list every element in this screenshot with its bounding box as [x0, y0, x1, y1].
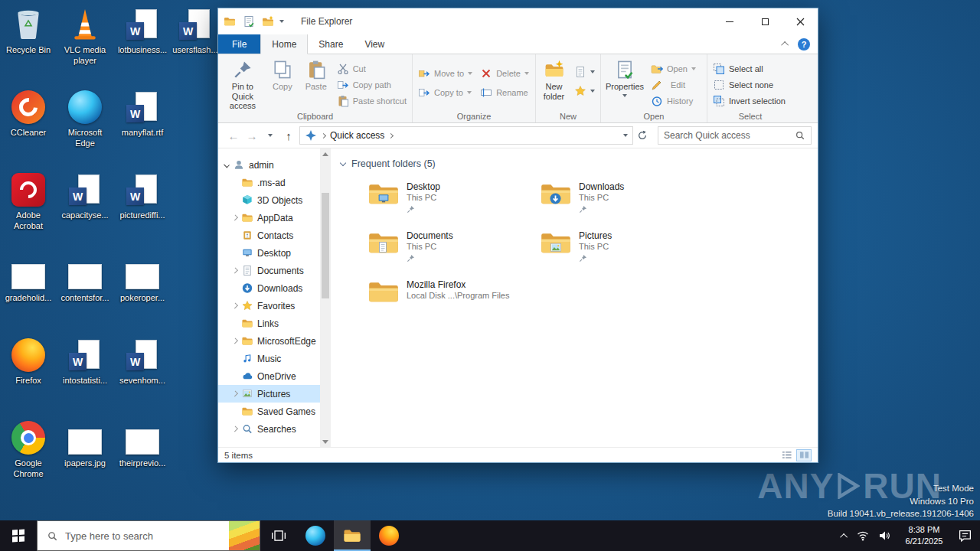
copy-button[interactable]: Copy: [266, 56, 299, 92]
desktop-icon-capacityse[interactable]: capacityse...: [57, 171, 113, 221]
desktop-icon-recycle-bin[interactable]: Recycle Bin: [1, 6, 56, 56]
cut-button[interactable]: Cut: [333, 60, 410, 77]
properties-button[interactable]: Properties: [603, 56, 647, 97]
minimize-button[interactable]: [712, 8, 747, 34]
action-center-icon[interactable]: [958, 529, 972, 543]
help-icon[interactable]: ?: [798, 38, 810, 51]
network-icon[interactable]: [857, 530, 869, 542]
desktop-icon-firefox[interactable]: Firefox: [1, 337, 56, 386]
desktop-icon-vlc[interactable]: VLC media player: [57, 6, 113, 67]
frequent-folder-desktop[interactable]: Desktop This PC: [368, 180, 540, 229]
address-dropdown-icon[interactable]: [623, 134, 628, 137]
volume-icon[interactable]: [878, 530, 890, 542]
copy-path-button[interactable]: Copy path: [333, 77, 410, 93]
expand-icon[interactable]: [232, 303, 238, 309]
paste-button[interactable]: Paste: [299, 56, 333, 92]
sidebar-item-pictures[interactable]: Pictures: [218, 385, 320, 403]
desktop-icon-gradeholid[interactable]: gradeholid...: [1, 254, 56, 304]
tab-share[interactable]: Share: [308, 34, 354, 54]
taskbar-firefox-button[interactable]: [371, 520, 407, 551]
scrollbar-thumb[interactable]: [322, 193, 329, 298]
breadcrumb-chevron-icon[interactable]: [321, 132, 326, 138]
expand-icon[interactable]: [232, 391, 238, 397]
clock[interactable]: 8:38 PM 6/21/2025: [900, 524, 949, 548]
desktop-icon-chrome[interactable]: Google Chrome: [1, 419, 56, 480]
desktop-icon-usersflash[interactable]: usersflash...: [168, 6, 223, 56]
delete-button[interactable]: Delete: [476, 64, 533, 83]
select-none-button[interactable]: Select none: [709, 77, 789, 93]
edit-button[interactable]: Edit: [647, 77, 700, 93]
refresh-button[interactable]: [633, 126, 652, 145]
rename-button[interactable]: Rename: [476, 83, 533, 102]
sidebar-item-documents[interactable]: Documents: [218, 262, 320, 279]
search-highlight-image[interactable]: [229, 521, 260, 550]
collapse-icon[interactable]: [224, 162, 230, 168]
tab-view[interactable]: View: [354, 34, 395, 54]
sidebar-item-music[interactable]: Music: [218, 350, 320, 367]
history-button[interactable]: History: [647, 93, 700, 109]
sidebar-item-admin[interactable]: admin: [218, 156, 320, 174]
frequent-folder-downloads[interactable]: Downloads This PC: [540, 180, 712, 229]
breadcrumb[interactable]: Quick access: [330, 130, 384, 141]
open-button[interactable]: Open: [647, 60, 700, 77]
maximize-button[interactable]: [747, 8, 782, 34]
copy-to-button[interactable]: Copy to: [414, 83, 476, 102]
sidebar-item-links[interactable]: Links: [218, 315, 320, 332]
breadcrumb-chevron-icon[interactable]: [388, 132, 394, 138]
sidebar-item-appdata[interactable]: AppData: [218, 209, 320, 227]
desktop-icon-lotbusiness[interactable]: lotbusiness...: [115, 6, 170, 56]
taskbar-edge-button[interactable]: [297, 520, 334, 551]
desktop-icon-ipapers[interactable]: ipapers.jpg: [57, 419, 113, 469]
pin-to-quick-access-button[interactable]: Pin to Quick access: [220, 56, 266, 111]
hidden-icons-icon[interactable]: [840, 533, 848, 540]
desktop-icon-sevenhom[interactable]: sevenhom...: [115, 337, 170, 386]
desktop-icon-pokeroper[interactable]: pokeroper...: [115, 254, 170, 304]
sidebar-item-saved-games[interactable]: Saved Games: [218, 403, 320, 420]
taskbar-file-explorer-button[interactable]: [334, 520, 371, 551]
tab-file[interactable]: File: [218, 34, 260, 54]
collapse-section-icon[interactable]: [340, 159, 346, 165]
up-button[interactable]: ↑: [279, 126, 298, 145]
title-bar[interactable]: File Explorer: [218, 8, 818, 34]
expand-icon[interactable]: [232, 215, 238, 221]
details-view-button[interactable]: [779, 449, 794, 461]
sidebar-item-microsoftedge[interactable]: MicrosoftEdge: [218, 332, 320, 350]
nav-scrollbar[interactable]: [320, 148, 331, 447]
desktop-icon-manyflat[interactable]: manyflat.rtf: [115, 89, 170, 139]
sidebar-item-3d-objects[interactable]: 3D Objects: [218, 191, 320, 209]
sidebar-item-onedrive[interactable]: OneDrive: [218, 367, 320, 385]
desktop-icon-ccleaner[interactable]: CCleaner: [1, 89, 56, 139]
expand-icon[interactable]: [232, 268, 238, 274]
frequent-folder-documents[interactable]: Documents This PC: [368, 229, 540, 278]
address-box[interactable]: Quick access: [299, 126, 633, 145]
start-button[interactable]: [0, 520, 37, 551]
forward-button[interactable]: →: [243, 126, 261, 145]
desktop-icon-edge[interactable]: Microsoft Edge: [57, 89, 113, 149]
qat-new-folder-icon[interactable]: [262, 15, 274, 28]
taskbar-search-input[interactable]: [65, 530, 222, 542]
qat-dropdown-icon[interactable]: [279, 20, 284, 23]
back-button[interactable]: ←: [224, 126, 243, 145]
sidebar-item-ms-ad[interactable]: .ms-ad: [218, 174, 320, 191]
recent-locations-dropdown[interactable]: [261, 126, 279, 145]
thumbnails-view-button[interactable]: [796, 449, 812, 461]
sidebar-item-searches[interactable]: Searches: [218, 420, 320, 438]
desktop-icon-theirprevio[interactable]: theirprevio...: [115, 419, 170, 469]
frequent-folders-header[interactable]: Frequent folders (5): [341, 158, 436, 169]
frequent-folder-pictures[interactable]: Pictures This PC: [540, 229, 712, 278]
qat-properties-icon[interactable]: [243, 15, 255, 28]
sidebar-item-downloads[interactable]: Downloads: [218, 279, 320, 297]
new-folder-button[interactable]: New folder: [537, 56, 570, 101]
desktop-icon-intostatisti[interactable]: intostatisti...: [57, 337, 113, 386]
desktop-icon-contentsfor[interactable]: contentsfor...: [57, 254, 113, 304]
taskbar-search-box[interactable]: [37, 520, 260, 551]
frequent-folder-mozilla-firefox[interactable]: Mozilla Firefox Local Disk ...\Program F…: [368, 278, 540, 327]
sidebar-item-contacts[interactable]: Contacts: [218, 227, 320, 244]
paste-shortcut-button[interactable]: Paste shortcut: [333, 93, 410, 109]
desktop-icon-acrobat[interactable]: Adobe Acrobat: [1, 171, 56, 232]
new-item-button[interactable]: [570, 62, 599, 81]
task-view-button[interactable]: [260, 520, 297, 551]
easy-access-button[interactable]: [570, 81, 599, 100]
select-all-button[interactable]: Select all: [709, 60, 789, 77]
scroll-down-icon[interactable]: [320, 436, 331, 447]
